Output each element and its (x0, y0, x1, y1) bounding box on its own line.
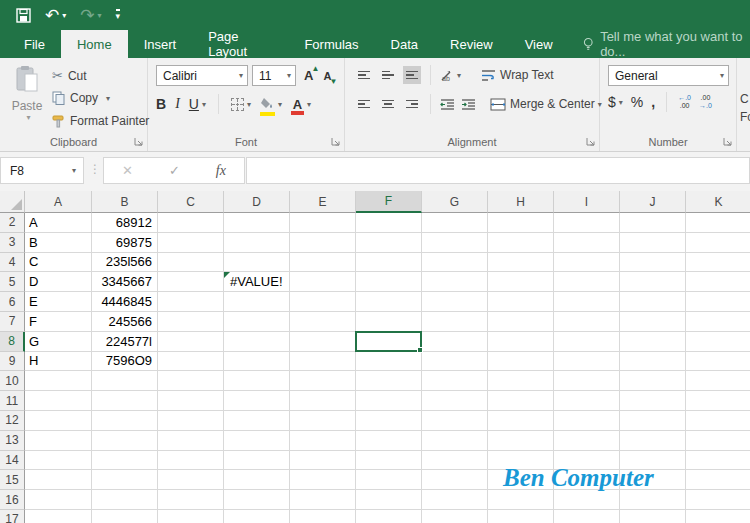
decrease-decimal-button[interactable]: .00 →.0 (699, 94, 712, 110)
cell-G4[interactable] (422, 253, 488, 273)
cell-B2[interactable]: 68912 (92, 213, 158, 233)
cell-A10[interactable] (25, 371, 92, 391)
cell-A16[interactable] (25, 490, 92, 510)
cell-F5[interactable] (356, 272, 422, 292)
cell-B3[interactable]: 69875 (92, 233, 158, 253)
cell-C7[interactable] (158, 312, 224, 332)
row-header-2[interactable]: 2 (0, 213, 25, 233)
cell-C10[interactable] (158, 371, 224, 391)
paste-button[interactable]: Paste ▾ (8, 65, 46, 122)
fill-color-button[interactable]: ▾ (260, 95, 282, 113)
cell-B11[interactable] (92, 391, 158, 411)
cell-A9[interactable]: H (25, 352, 92, 372)
bottom-align-button[interactable] (403, 66, 421, 84)
cell-F7[interactable] (356, 312, 422, 332)
cell-H9[interactable] (488, 352, 554, 372)
tab-view[interactable]: View (509, 30, 569, 58)
row-header-14[interactable]: 14 (0, 451, 25, 471)
cell-K5[interactable] (686, 272, 750, 292)
cell-H12[interactable] (488, 411, 554, 431)
cell-C9[interactable] (158, 352, 224, 372)
row-header-12[interactable]: 12 (0, 411, 25, 431)
cell-F17[interactable] (356, 510, 422, 523)
paste-dropdown-icon[interactable]: ▾ (11, 113, 46, 122)
cell-D5[interactable]: #VALUE! (224, 272, 290, 292)
copy-dropdown-icon[interactable]: ▾ (106, 94, 110, 103)
comma-style-button[interactable]: , (651, 94, 655, 110)
bold-button[interactable]: B (156, 97, 166, 111)
cell-E4[interactable] (290, 253, 356, 273)
cell-A13[interactable] (25, 431, 92, 451)
increase-indent-button[interactable] (461, 98, 476, 111)
cell-H16[interactable] (488, 490, 554, 510)
cell-D3[interactable] (224, 233, 290, 253)
cell-K15[interactable] (686, 470, 750, 490)
cell-F4[interactable] (356, 253, 422, 273)
cell-A7[interactable]: F (25, 312, 92, 332)
cell-A11[interactable] (25, 391, 92, 411)
column-header-J[interactable]: J (620, 191, 686, 213)
cell-E13[interactable] (290, 431, 356, 451)
cell-B8[interactable]: 224577l (92, 332, 158, 352)
cell-H4[interactable] (488, 253, 554, 273)
cell-F6[interactable] (356, 292, 422, 312)
cell-F10[interactable] (356, 371, 422, 391)
tab-data[interactable]: Data (375, 30, 434, 58)
cell-I12[interactable] (554, 411, 620, 431)
cell-I3[interactable] (554, 233, 620, 253)
cell-E2[interactable] (290, 213, 356, 233)
cell-A14[interactable] (25, 451, 92, 471)
cell-I10[interactable] (554, 371, 620, 391)
cell-J7[interactable] (620, 312, 686, 332)
cell-K17[interactable] (686, 510, 750, 523)
tell-me-box[interactable]: Tell me what you want to do... (583, 30, 750, 58)
cell-K6[interactable] (686, 292, 750, 312)
cell-J8[interactable] (620, 332, 686, 352)
row-header-16[interactable]: 16 (0, 490, 25, 510)
cell-K10[interactable] (686, 371, 750, 391)
select-all-corner[interactable] (0, 191, 25, 213)
enter-icon[interactable]: ✓ (169, 163, 180, 178)
orientation-button[interactable]: ab ▾ (440, 68, 461, 82)
cell-D6[interactable] (224, 292, 290, 312)
cell-B4[interactable]: 235l566 (92, 253, 158, 273)
fill-handle[interactable] (417, 347, 423, 353)
cell-G2[interactable] (422, 213, 488, 233)
cell-A6[interactable]: E (25, 292, 92, 312)
cut-button[interactable]: ✂ Cut (52, 68, 87, 83)
cell-K4[interactable] (686, 253, 750, 273)
cell-G3[interactable] (422, 233, 488, 253)
cell-A2[interactable]: A (25, 213, 92, 233)
cell-J5[interactable] (620, 272, 686, 292)
formula-input[interactable] (246, 157, 750, 184)
font-dialog-launcher-icon[interactable] (331, 137, 341, 147)
cell-F16[interactable] (356, 490, 422, 510)
cell-D7[interactable] (224, 312, 290, 332)
cell-A5[interactable]: D (25, 272, 92, 292)
column-header-K[interactable]: K (686, 191, 750, 213)
cell-I6[interactable] (554, 292, 620, 312)
cell-E7[interactable] (290, 312, 356, 332)
percent-style-button[interactable]: % (631, 94, 643, 110)
cell-G8[interactable] (422, 332, 488, 352)
save-icon[interactable] (16, 8, 31, 23)
column-header-B[interactable]: B (92, 191, 158, 213)
currency-format-button[interactable]: $ ▾ (608, 94, 623, 110)
cell-K14[interactable] (686, 451, 750, 471)
cell-J13[interactable] (620, 431, 686, 451)
increase-font-size-button[interactable]: A▲ (304, 68, 319, 83)
number-dialog-launcher-icon[interactable] (723, 137, 733, 147)
cell-C15[interactable] (158, 470, 224, 490)
cell-C6[interactable] (158, 292, 224, 312)
cell-C13[interactable] (158, 431, 224, 451)
cell-B14[interactable] (92, 451, 158, 471)
cell-B7[interactable]: 245566 (92, 312, 158, 332)
cell-J6[interactable] (620, 292, 686, 312)
cell-A4[interactable]: C (25, 253, 92, 273)
active-cell-selection[interactable] (355, 331, 422, 352)
cell-D17[interactable] (224, 510, 290, 523)
cell-F9[interactable] (356, 352, 422, 372)
cell-E15[interactable] (290, 470, 356, 490)
cell-C8[interactable] (158, 332, 224, 352)
cell-H8[interactable] (488, 332, 554, 352)
